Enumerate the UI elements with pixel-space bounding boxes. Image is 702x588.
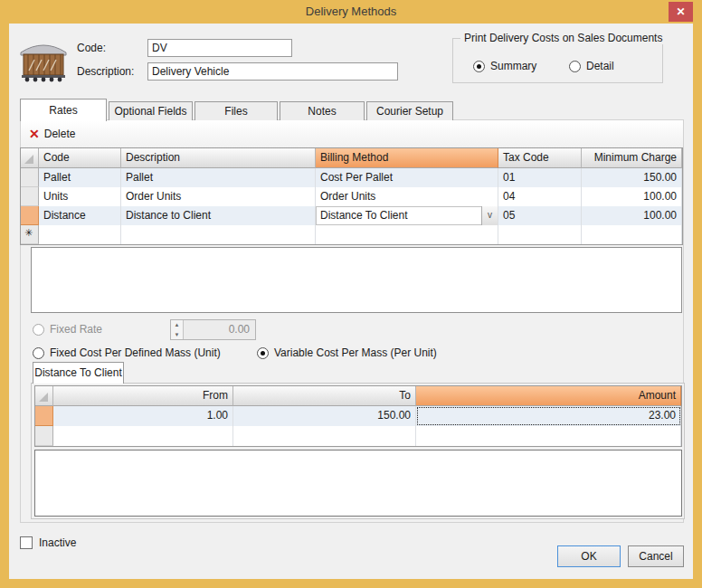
cell-code[interactable]: Pallet <box>39 168 121 187</box>
fixed-rate-radio: Fixed Rate <box>33 323 102 336</box>
variable-cost-radio[interactable]: Variable Cost Per Mass (Per Unit) <box>257 346 437 359</box>
select-all-icon <box>24 155 33 164</box>
grid-toolbar: ✕ Delete <box>21 120 683 147</box>
distance-grid-empty-area <box>34 450 682 517</box>
fixed-cost-radio[interactable]: Fixed Cost Per Defined Mass (Unit) <box>33 346 221 359</box>
summary-radio-label: Summary <box>490 60 536 72</box>
table-row[interactable]: Pallet Pallet Cost Per Pallet 01 150.00 <box>21 168 682 187</box>
delivery-methods-dialog: Delivery Methods ✕ <box>0 0 702 588</box>
cell-empty[interactable] <box>233 426 416 446</box>
cell-code[interactable]: Units <box>39 187 121 206</box>
select-all-header[interactable] <box>21 148 39 168</box>
delete-button[interactable]: ✕ Delete <box>29 128 75 140</box>
cell-empty[interactable] <box>121 225 316 244</box>
billing-method-combobox[interactable]: Distance To Client v <box>316 206 498 225</box>
cancel-button[interactable]: Cancel <box>628 545 684 567</box>
spinner-down-icon[interactable]: ▼ <box>171 330 183 340</box>
spinner-up-icon[interactable]: ▲ <box>171 320 183 330</box>
tab-rates[interactable]: Rates <box>20 99 107 121</box>
column-header-billing-method[interactable]: Billing Method <box>316 148 498 168</box>
inactive-checkbox[interactable] <box>20 536 33 549</box>
cell-description[interactable]: Distance to Client <box>121 206 316 225</box>
select-all-icon <box>39 393 48 402</box>
fixed-cost-radio-label: Fixed Cost Per Defined Mass (Unit) <box>50 346 221 359</box>
cell-minimum-charge[interactable]: 100.00 <box>582 187 682 206</box>
spinner-value[interactable]: 0.00 <box>184 320 255 339</box>
column-header-description[interactable]: Description <box>121 148 316 168</box>
tab-courier-setup[interactable]: Courier Setup <box>366 101 453 120</box>
delete-button-label: Delete <box>44 128 76 140</box>
new-row[interactable] <box>35 426 681 446</box>
cell-empty[interactable] <box>39 225 121 244</box>
cell-code[interactable]: Distance <box>39 206 121 225</box>
new-row-selector[interactable]: ✳ <box>21 225 39 244</box>
fixed-rate-spinner: ▲ ▼ 0.00 <box>170 319 256 340</box>
cell-tax-code[interactable]: 01 <box>498 168 582 187</box>
detail-radio[interactable]: Detail <box>569 60 614 72</box>
table-row-current[interactable]: Distance Distance to Client Distance To … <box>21 206 682 225</box>
distance-grid: From To Amount 1.00 150.00 23.00 <box>34 385 682 447</box>
fixed-rate-radio-label: Fixed Rate <box>50 323 102 336</box>
code-input[interactable]: DV <box>147 39 292 57</box>
code-label: Code: <box>77 39 106 57</box>
rates-grid-empty-area <box>31 247 682 313</box>
new-row[interactable]: ✳ <box>21 225 682 244</box>
table-row-current[interactable]: 1.00 150.00 23.00 <box>35 406 681 426</box>
cell-empty[interactable] <box>582 225 682 244</box>
ok-button[interactable]: OK <box>557 545 621 567</box>
inactive-checkbox-row[interactable]: Inactive <box>20 536 76 549</box>
column-header-tax-code[interactable]: Tax Code <box>498 148 582 168</box>
detail-radio-label: Detail <box>586 60 614 72</box>
close-icon[interactable]: ✕ <box>669 2 693 22</box>
cell-billing-method[interactable]: Cost Per Pallet <box>316 168 498 187</box>
cell-tax-code[interactable]: 04 <box>498 187 582 206</box>
cell-minimum-charge[interactable]: 150.00 <box>582 168 682 187</box>
cell-description[interactable]: Order Units <box>121 187 316 206</box>
rates-grid-header: Code Description Billing Method Tax Code… <box>21 148 682 168</box>
summary-radio[interactable]: Summary <box>473 60 536 72</box>
variable-cost-radio-circle[interactable] <box>257 347 269 359</box>
window-title: Delivery Methods <box>0 0 702 24</box>
cell-minimum-charge[interactable]: 100.00 <box>582 206 682 225</box>
titlebar[interactable]: Delivery Methods ✕ <box>0 0 702 24</box>
current-row-selector[interactable] <box>21 206 39 225</box>
cell-from[interactable]: 1.00 <box>53 406 233 426</box>
distance-panel: From To Amount 1.00 150.00 23.00 <box>31 383 685 519</box>
column-header-minimum-charge[interactable]: Minimum Charge <box>582 148 682 168</box>
cell-to[interactable]: 150.00 <box>233 406 416 426</box>
distance-grid-header: From To Amount <box>35 386 681 406</box>
cell-amount-focused[interactable]: 23.00 <box>416 406 681 426</box>
cell-description[interactable]: Pallet <box>121 168 316 187</box>
chevron-down-icon[interactable]: v <box>481 206 498 225</box>
cell-empty[interactable] <box>498 225 582 244</box>
column-header-amount[interactable]: Amount <box>416 386 681 406</box>
column-header-code[interactable]: Code <box>39 148 121 168</box>
cell-empty[interactable] <box>53 426 233 446</box>
tab-notes[interactable]: Notes <box>280 101 365 120</box>
description-input[interactable]: Delivery Vehicle <box>147 62 398 81</box>
tab-strip: Rates Optional Fields Files Notes Courie… <box>20 99 455 120</box>
cell-billing-method[interactable]: Order Units <box>316 187 498 206</box>
fixed-cost-radio-circle[interactable] <box>33 347 44 359</box>
row-selector[interactable] <box>21 168 39 187</box>
detail-radio-circle[interactable] <box>569 61 581 72</box>
row-selector[interactable] <box>21 187 39 206</box>
column-header-from[interactable]: From <box>53 386 233 406</box>
column-header-to[interactable]: To <box>233 386 416 406</box>
current-row-selector[interactable] <box>35 406 53 426</box>
print-costs-group-title: Print Delivery Costs on Sales Documents <box>460 32 666 44</box>
new-row-selector[interactable] <box>35 426 53 446</box>
select-all-header[interactable] <box>35 386 53 406</box>
summary-radio-circle[interactable] <box>473 61 485 72</box>
tab-distance-to-client[interactable]: Distance To Client <box>33 362 124 384</box>
description-label: Description: <box>77 62 134 81</box>
cell-tax-code[interactable]: 05 <box>498 206 582 225</box>
cell-empty[interactable] <box>316 225 498 244</box>
tab-optional-fields[interactable]: Optional Fields <box>109 101 193 120</box>
variable-cost-radio-label: Variable Cost Per Mass (Per Unit) <box>274 346 437 359</box>
tab-files[interactable]: Files <box>194 101 278 120</box>
delivery-vehicle-icon <box>18 36 69 85</box>
delete-icon: ✕ <box>29 128 40 140</box>
cell-empty[interactable] <box>416 426 681 446</box>
table-row[interactable]: Units Order Units Order Units 04 100.00 <box>21 187 682 206</box>
